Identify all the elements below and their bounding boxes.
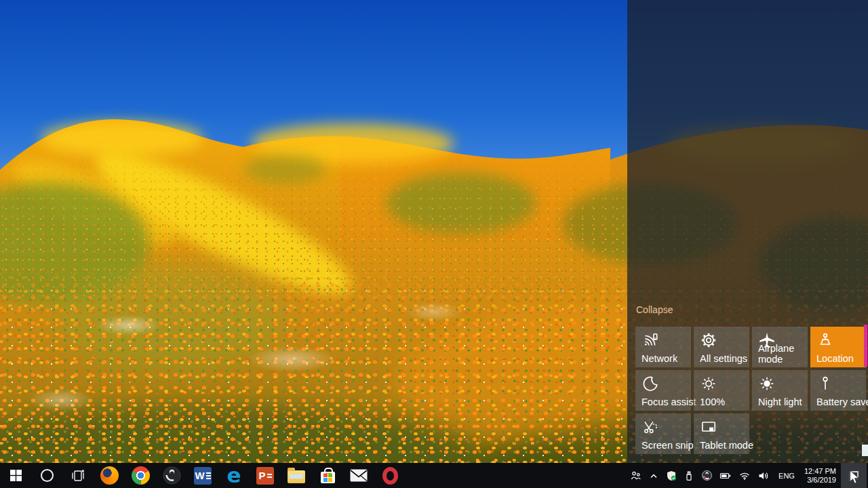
start-button[interactable] (0, 463, 31, 488)
quick-action-tablet-mode[interactable]: Tablet mode (694, 413, 749, 454)
mouse-cursor (849, 470, 860, 485)
quick-action-airplane-mode[interactable]: Airplane mode (752, 327, 808, 367)
collapse-button[interactable]: Collapse (636, 304, 866, 315)
screen-snip-scissors-icon (642, 418, 659, 436)
tray-wifi-button[interactable] (735, 463, 754, 488)
store-windows-logo (323, 473, 332, 482)
tray-people-button[interactable] (626, 463, 645, 488)
mail-icon (350, 469, 368, 482)
desktop: bing Collapse Network (0, 0, 868, 488)
obs-icon (163, 466, 181, 485)
cortana-circle-icon (41, 469, 54, 482)
taskbar-task-view-button[interactable] (62, 463, 94, 488)
tray-volume-button[interactable] (754, 463, 773, 488)
quick-action-focus-assist[interactable]: Focus assist (635, 370, 691, 411)
chevron-up-icon (648, 470, 659, 481)
quick-action-all-settings[interactable]: All settings (694, 327, 749, 367)
taskbar-edge-button[interactable]: e (218, 463, 250, 488)
quick-action-label: Night light (758, 396, 802, 407)
night-light-sun-icon (758, 375, 776, 392)
people-icon (629, 470, 642, 481)
wallpaper-white-flowers (0, 285, 637, 434)
quick-action-battery-saver[interactable]: Battery saver (810, 370, 866, 411)
quick-action-label: Focus assist (642, 396, 696, 407)
tray-usb-button[interactable] (680, 463, 698, 488)
quick-actions-section: Collapse Network (635, 304, 866, 454)
taskbar-opera-button[interactable] (374, 463, 406, 488)
action-center-panel: Collapse Network (627, 0, 868, 463)
quick-action-grid: Network All settings (635, 327, 866, 454)
battery-icon (719, 470, 732, 481)
microsoft-store-icon (321, 472, 335, 483)
wifi-icon (738, 470, 751, 481)
quick-action-location[interactable]: Location (810, 327, 866, 367)
taskbar-file-explorer-button[interactable] (281, 463, 312, 488)
quick-action-network[interactable]: Network (635, 327, 691, 367)
taskbar-word-button[interactable]: W (187, 463, 218, 488)
edge-icon: e (226, 466, 241, 485)
taskbar-obs-button[interactable] (156, 463, 187, 488)
settings-gear-icon (700, 331, 717, 349)
quick-action-label: Location (816, 353, 854, 364)
taskbar-mail-button[interactable] (343, 463, 374, 488)
defender-shield-icon (666, 470, 677, 481)
quick-action-label: 100% (700, 396, 725, 407)
volume-icon (757, 470, 770, 481)
quick-action-label: Network (642, 353, 677, 364)
quick-action-night-light[interactable]: Night light (752, 370, 808, 411)
network-wifi-icon (642, 331, 659, 349)
chrome-icon (132, 466, 150, 485)
video-edge-artifact (864, 325, 867, 367)
taskbar: W e P (0, 463, 868, 488)
taskbar-powerpoint-button[interactable]: P (250, 463, 281, 488)
quick-action-label: Screen snip (642, 440, 694, 451)
language-indicator[interactable]: ENG (773, 472, 800, 480)
taskbar-firefox-button[interactable] (94, 463, 125, 488)
quick-action-brightness[interactable]: 100% (694, 370, 749, 411)
tablet-mode-icon (700, 418, 717, 436)
file-explorer-icon (288, 470, 305, 483)
system-tray: ENG 12:47 PM 3/6/2019 (626, 463, 868, 488)
word-glyph: W (195, 470, 204, 481)
opera-icon (382, 467, 398, 485)
tray-hidden-icons-button[interactable] (645, 463, 663, 488)
clock-time: 12:47 PM (804, 467, 836, 476)
brightness-sun-icon (700, 375, 717, 392)
firefox-icon (100, 466, 119, 485)
tray-security-button[interactable] (663, 463, 680, 488)
taskbar-store-button[interactable] (312, 463, 343, 488)
focus-assist-moon-icon (642, 375, 659, 392)
task-view-icon (71, 468, 85, 483)
word-icon: W (194, 467, 212, 485)
usb-icon (684, 470, 694, 481)
taskbar-apps: W e P (0, 463, 406, 488)
taskbar-cortana-button[interactable] (31, 463, 62, 488)
powerpoint-slide-lines (267, 474, 272, 478)
quick-action-screen-snip[interactable]: Screen snip (635, 413, 691, 454)
powerpoint-icon: P (256, 467, 274, 485)
location-icon (816, 331, 834, 349)
quick-action-label: Battery saver (816, 396, 868, 407)
taskbar-chrome-button[interactable] (125, 463, 156, 488)
word-doc-lines (206, 472, 211, 479)
battery-saver-icon (816, 375, 834, 392)
tray-clock[interactable]: 12:47 PM 3/6/2019 (800, 467, 841, 485)
video-edge-artifact (862, 445, 868, 456)
tray-battery-button[interactable] (716, 463, 735, 488)
quick-action-label: All settings (700, 353, 747, 364)
powerpoint-glyph: P (258, 470, 265, 481)
windows-start-icon (10, 470, 22, 481)
obs-tray-icon (701, 470, 713, 481)
quick-action-label: Airplane mode (758, 343, 806, 365)
quick-action-label: Tablet mode (700, 440, 753, 451)
tray-obs-button[interactable] (698, 463, 716, 488)
clock-date: 3/6/2019 (804, 476, 836, 485)
